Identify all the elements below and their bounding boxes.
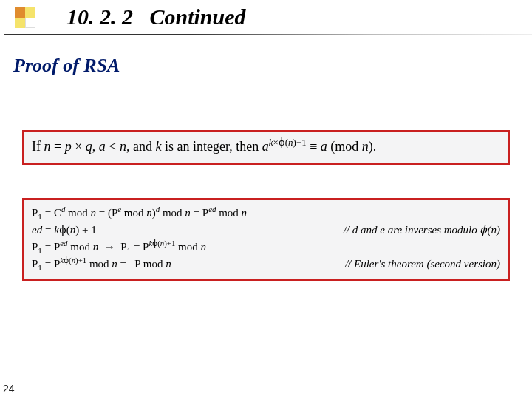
proof-left: P1 = Cd mod n = (Pe mod n)d mod n = Ped …	[32, 205, 247, 221]
exponent: k×ϕ(n)+1	[269, 137, 307, 148]
proof-right: // d and e are inverses modulo ϕ(n)	[335, 222, 500, 238]
proof-row: P1 = Cd mod n = (Pe mod n)d mod n = Ped …	[32, 205, 500, 222]
bullet-square	[15, 18, 25, 28]
proof-row: P1 = Ped mod n → P1 = Pkϕ(n)+1 mod n	[32, 239, 500, 256]
theorem-box: If n = p × q, a < n, and k is an integer…	[22, 130, 510, 165]
bullet-square	[25, 7, 35, 18]
title-underline	[4, 34, 532, 35]
section-word: Continued	[150, 4, 246, 29]
slide-header: 10. 2. 2 Continued	[0, 0, 532, 44]
proof-left: ed = kϕ(n) + 1	[32, 222, 97, 238]
proof-row: P1 = Pkϕ(n)+1 mod n = P mod n // Euler's…	[32, 256, 500, 273]
proof-box: P1 = Cd mod n = (Pe mod n)d mod n = Ped …	[22, 198, 510, 281]
proof-right: // Euler's theorem (second version)	[336, 256, 500, 272]
slide-title: 10. 2. 2 Continued	[66, 4, 246, 30]
header-bullet-icon	[15, 7, 38, 31]
theorem-text: If n = p × q, a < n, and k is an integer…	[32, 139, 376, 154]
section-number: 10. 2. 2	[66, 4, 133, 29]
bullet-square	[25, 18, 35, 28]
proof-row: ed = kϕ(n) + 1 // d and e are inverses m…	[32, 222, 500, 239]
slide-subtitle: Proof of RSA	[13, 55, 120, 77]
proof-left: P1 = Pkϕ(n)+1 mod n = P mod n	[32, 256, 171, 272]
page-number: 24	[0, 381, 18, 396]
proof-left: P1 = Ped mod n → P1 = Pkϕ(n)+1 mod n	[32, 239, 206, 255]
bullet-square	[15, 7, 25, 18]
